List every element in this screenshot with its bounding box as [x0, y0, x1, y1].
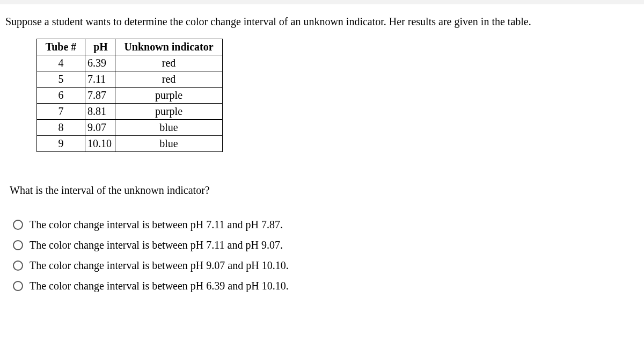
- cell-ph: 8.81: [85, 104, 115, 120]
- question-text: Suppose a student wants to determine the…: [5, 14, 639, 29]
- radio-icon[interactable]: [13, 281, 23, 291]
- cell-tube: 4: [37, 55, 85, 71]
- cell-ph: 7.87: [85, 88, 115, 104]
- table-row: 9 10.10 blue: [37, 136, 223, 152]
- table-row: 4 6.39 red: [37, 55, 223, 71]
- cell-tube: 6: [37, 88, 85, 104]
- cell-tube: 7: [37, 104, 85, 120]
- header-ph: pH: [85, 39, 115, 55]
- table-header-row: Tube # pH Unknown indicator: [37, 39, 223, 55]
- cell-indicator: red: [115, 71, 223, 88]
- cell-indicator: purple: [115, 104, 223, 120]
- cell-tube: 5: [37, 71, 85, 88]
- option-row[interactable]: The color change interval is between pH …: [13, 237, 639, 252]
- table-row: 7 8.81 purple: [37, 104, 223, 120]
- radio-icon[interactable]: [13, 260, 23, 271]
- data-table-wrap: Tube # pH Unknown indicator 4 6.39 red 5…: [36, 39, 639, 152]
- data-table: Tube # pH Unknown indicator 4 6.39 red 5…: [36, 39, 223, 152]
- subquestion-text: What is the interval of the unknown indi…: [10, 184, 639, 197]
- cell-indicator: purple: [115, 88, 223, 104]
- cell-tube: 9: [37, 136, 85, 152]
- header-tube: Tube #: [37, 39, 85, 55]
- table-row: 5 7.11 red: [37, 71, 223, 88]
- cell-tube: 8: [37, 120, 85, 136]
- table-row: 6 7.87 purple: [37, 88, 223, 104]
- options-group: The color change interval is between pH …: [13, 217, 639, 293]
- option-label: The color change interval is between pH …: [30, 258, 289, 273]
- header-indicator: Unknown indicator: [115, 39, 223, 55]
- top-bar: [0, 0, 644, 4]
- cell-indicator: blue: [115, 136, 223, 152]
- table-row: 8 9.07 blue: [37, 120, 223, 136]
- radio-icon[interactable]: [13, 240, 23, 250]
- option-label: The color change interval is between pH …: [30, 278, 289, 293]
- option-row[interactable]: The color change interval is between pH …: [13, 278, 639, 293]
- cell-ph: 7.11: [85, 71, 115, 88]
- cell-ph: 10.10: [85, 136, 115, 152]
- radio-icon[interactable]: [13, 220, 23, 230]
- question-content: Suppose a student wants to determine the…: [0, 4, 644, 293]
- cell-indicator: blue: [115, 120, 223, 136]
- option-row[interactable]: The color change interval is between pH …: [13, 258, 639, 273]
- option-label: The color change interval is between pH …: [30, 217, 283, 232]
- option-row[interactable]: The color change interval is between pH …: [13, 217, 639, 232]
- cell-indicator: red: [115, 55, 223, 71]
- cell-ph: 6.39: [85, 55, 115, 71]
- option-label: The color change interval is between pH …: [30, 237, 283, 252]
- cell-ph: 9.07: [85, 120, 115, 136]
